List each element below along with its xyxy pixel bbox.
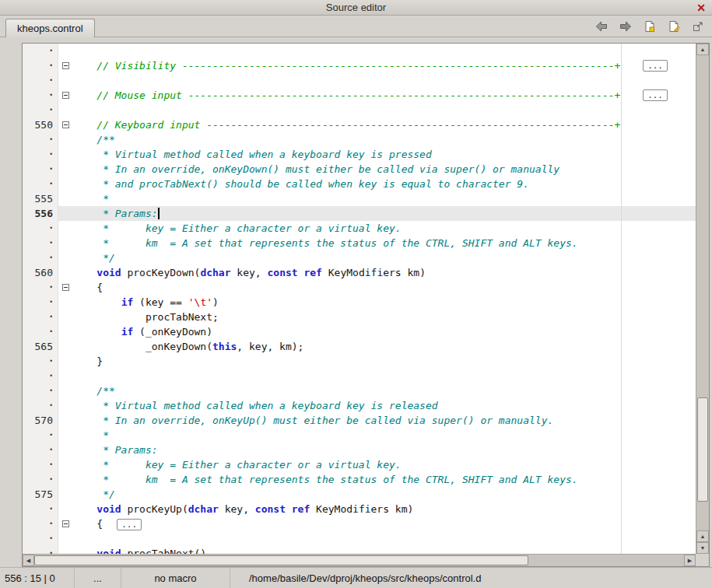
fold-toggle-icon[interactable] — [62, 62, 69, 69]
line-number[interactable]: • — [23, 58, 58, 73]
go-forward-button[interactable] — [616, 17, 635, 36]
code-line[interactable]: • // Mouse input -----------------------… — [23, 88, 696, 103]
line-number[interactable]: • — [23, 472, 58, 487]
fold-toggle-icon[interactable] — [62, 284, 69, 291]
line-number[interactable]: 570 — [23, 413, 58, 428]
line-number[interactable]: 565 — [23, 339, 58, 354]
code-line[interactable]: 560 void procKeyDown(dchar key, const re… — [23, 265, 696, 280]
go-back-button[interactable] — [592, 17, 611, 36]
code-line[interactable]: • — [23, 103, 696, 117]
close-icon[interactable]: ✕ — [694, 1, 708, 15]
collapsed-fold-icon[interactable]: ... — [643, 89, 668, 101]
code-line[interactable]: • * Params: — [23, 443, 696, 457]
line-number[interactable]: • — [23, 531, 58, 546]
code-line[interactable]: • * Virtual method called when a keyboar… — [23, 398, 696, 413]
vertical-scroll-track[interactable] — [696, 55, 709, 530]
horizontal-scroll-track[interactable] — [34, 555, 684, 566]
line-number[interactable]: 556 — [23, 206, 58, 221]
line-number[interactable]: • — [23, 280, 58, 295]
horizontal-scrollbar[interactable]: ◀ ▶ — [23, 554, 696, 566]
line-number[interactable]: • — [23, 546, 58, 554]
line-number[interactable]: • — [23, 443, 58, 457]
code-line[interactable]: • if (_onKeyDown) — [23, 324, 696, 339]
line-number[interactable]: • — [23, 221, 58, 236]
line-number[interactable]: • — [23, 369, 58, 383]
code-line[interactable]: • * key = Either a character or a virtua… — [23, 457, 696, 472]
collapsed-fold-icon[interactable]: ... — [643, 60, 668, 72]
line-number[interactable]: • — [23, 428, 58, 443]
code-line[interactable]: • if (key == '\t') — [23, 295, 696, 310]
line-number[interactable]: • — [23, 516, 58, 531]
line-number[interactable]: • — [23, 383, 58, 398]
code-segment: if — [121, 326, 134, 338]
new-document-button[interactable] — [640, 17, 659, 36]
line-number[interactable]: • — [23, 457, 58, 472]
line-number[interactable]: • — [23, 73, 58, 88]
line-number[interactable]: • — [23, 354, 58, 369]
line-number[interactable]: 555 — [23, 191, 58, 206]
code-line[interactable]: • void procTabNext() — [23, 546, 696, 554]
code-line[interactable]: • void procKeyUp(dchar key, const ref Ke… — [23, 502, 696, 516]
tab-kheops-control[interactable]: kheops.control — [5, 19, 95, 37]
vertical-scrollbar[interactable]: ▲ ▲ ▼ — [696, 44, 709, 554]
code-line[interactable]: • /** — [23, 383, 696, 398]
code-line[interactable]: • * — [23, 428, 696, 443]
code-line[interactable]: • {... — [23, 516, 696, 531]
line-number[interactable]: • — [23, 250, 58, 265]
code-line[interactable]: • — [23, 44, 696, 58]
line-number[interactable]: 550 — [23, 117, 58, 132]
line-number[interactable]: • — [23, 324, 58, 339]
scroll-left-icon[interactable]: ◀ — [23, 555, 34, 566]
collapsed-fold-icon[interactable]: ... — [117, 519, 142, 530]
code-line[interactable]: 575 */ — [23, 487, 696, 502]
line-number[interactable]: • — [23, 88, 58, 103]
horizontal-scroll-thumb[interactable] — [34, 555, 528, 565]
code-line[interactable]: • — [23, 531, 696, 546]
code-line[interactable]: • { — [23, 280, 696, 295]
code-line[interactable]: • * km = A set that represents the statu… — [23, 472, 696, 487]
line-number[interactable]: • — [23, 398, 58, 413]
code-line[interactable]: • * key = Either a character or a virtua… — [23, 221, 696, 236]
vertical-scroll-thumb[interactable] — [697, 397, 708, 502]
document-edit-button[interactable] — [665, 17, 683, 36]
fold-toggle-icon[interactable] — [62, 92, 69, 99]
code-line[interactable]: • * and procTabNext() should be called w… — [23, 177, 696, 191]
detach-editor-button[interactable] — [689, 17, 707, 36]
fold-column — [58, 516, 72, 531]
line-number[interactable]: • — [23, 147, 58, 162]
code-line[interactable]: • — [23, 369, 696, 383]
code-line[interactable]: 565 _onKeyDown(this, key, km); — [23, 339, 696, 354]
code-line[interactable]: • * In an override, onKeyDown() must eit… — [23, 162, 696, 177]
line-number[interactable]: • — [23, 177, 58, 191]
line-number[interactable]: • — [23, 162, 58, 177]
line-number[interactable]: • — [23, 44, 58, 58]
fold-toggle-icon[interactable] — [62, 520, 69, 527]
fold-toggle-icon[interactable] — [62, 121, 69, 128]
code-line[interactable]: • */ — [23, 250, 696, 265]
scroll-down-icon[interactable]: ▼ — [696, 542, 709, 554]
line-number[interactable]: 560 — [23, 265, 58, 280]
code-line[interactable]: • // Visibility ------------------------… — [23, 58, 696, 73]
line-number[interactable]: • — [23, 236, 58, 250]
line-number[interactable]: • — [23, 132, 58, 147]
code-line[interactable]: • * Virtual method called when a keyboar… — [23, 147, 696, 162]
scroll-right-icon[interactable]: ▶ — [684, 555, 696, 566]
code-viewport[interactable]: •• // Visibility -----------------------… — [23, 44, 696, 554]
code-line[interactable]: 550 // Keyboard input ------------------… — [23, 117, 696, 132]
line-number[interactable]: • — [23, 310, 58, 324]
line-number[interactable]: • — [23, 295, 58, 310]
code-line[interactable]: • * km = A set that represents the statu… — [23, 236, 696, 250]
code-line[interactable]: 555 * — [23, 191, 696, 206]
code-line[interactable]: 556 * Params: — [23, 206, 696, 221]
line-number[interactable]: • — [23, 103, 58, 117]
line-number[interactable]: • — [23, 502, 58, 516]
code-line[interactable]: • /** — [23, 132, 696, 147]
scroll-up-icon[interactable]: ▲ — [696, 44, 709, 55]
code-segment: ref — [292, 503, 310, 515]
code-line[interactable]: • } — [23, 354, 696, 369]
code-line[interactable]: • — [23, 73, 696, 88]
scroll-up-secondary-icon[interactable]: ▲ — [696, 530, 709, 542]
code-line[interactable]: 570 * In an override, onKeyUp() must eit… — [23, 413, 696, 428]
line-number[interactable]: 575 — [23, 487, 58, 502]
code-line[interactable]: • procTabNext; — [23, 310, 696, 324]
